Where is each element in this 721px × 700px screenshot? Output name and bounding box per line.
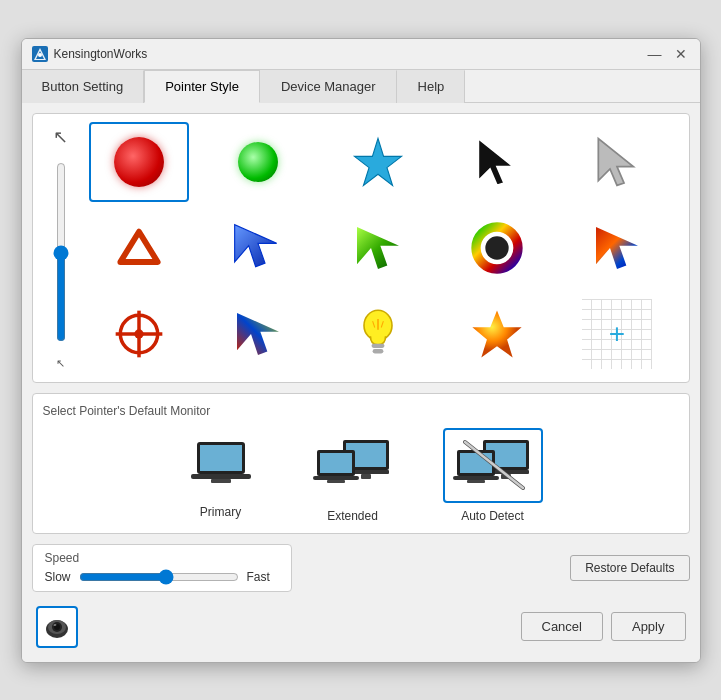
cursor-cell-chevron-red[interactable] bbox=[89, 208, 189, 288]
bottom-controls: Speed Slow Fast Restore Defaults bbox=[32, 544, 690, 592]
svg-point-16 bbox=[134, 329, 143, 338]
svg-rect-36 bbox=[327, 480, 345, 483]
monitor-option-primary[interactable]: Primary bbox=[179, 428, 263, 523]
speed-slider[interactable] bbox=[79, 569, 239, 585]
monitor-section-title: Select Pointer's Default Monitor bbox=[43, 404, 679, 418]
cursor-cell-green-dot[interactable] bbox=[208, 122, 308, 202]
chevron-red-icon bbox=[111, 220, 167, 276]
cursor-cell-red-dot[interactable] bbox=[89, 122, 189, 202]
slow-label: Slow bbox=[45, 570, 71, 584]
tab-device-manager[interactable]: Device Manager bbox=[260, 70, 397, 103]
trackball-icon bbox=[43, 613, 71, 641]
ring-color-icon bbox=[469, 220, 525, 276]
speed-row: Slow Fast bbox=[45, 569, 279, 585]
cursor-size-large-icon: ↖ bbox=[53, 126, 68, 148]
cursor-cell-arrow-multicolor[interactable] bbox=[208, 294, 308, 374]
svg-marker-4 bbox=[354, 138, 401, 185]
svg-point-11 bbox=[486, 236, 509, 259]
svg-marker-9 bbox=[357, 227, 399, 269]
svg-point-3 bbox=[38, 53, 42, 57]
title-bar-controls: — ✕ bbox=[646, 45, 690, 63]
svg-rect-28 bbox=[211, 479, 231, 483]
svg-marker-5 bbox=[479, 138, 514, 185]
apply-button[interactable]: Apply bbox=[611, 612, 686, 641]
device-thumbnail[interactable] bbox=[36, 606, 78, 648]
svg-rect-26 bbox=[200, 445, 242, 471]
primary-monitor-icon bbox=[189, 438, 253, 486]
speed-title: Speed bbox=[45, 551, 279, 565]
cursor-cell-arrow-green[interactable] bbox=[328, 208, 428, 288]
monitor-options: Primary bbox=[43, 428, 679, 523]
arrow-red-blue-icon bbox=[589, 220, 645, 276]
cursor-cell-arrow-blue[interactable] bbox=[208, 208, 308, 288]
svg-rect-43 bbox=[453, 476, 499, 480]
svg-rect-34 bbox=[320, 453, 352, 473]
blue-star-icon bbox=[350, 134, 406, 190]
monitor-section: Select Pointer's Default Monitor Primary bbox=[32, 393, 690, 534]
svg-marker-8 bbox=[235, 224, 277, 266]
cursor-grid: + bbox=[89, 122, 681, 374]
monitor-option-auto-detect[interactable]: Auto Detect bbox=[443, 428, 543, 523]
cursor-size-slider[interactable] bbox=[51, 162, 71, 342]
tab-bar: Button Setting Pointer Style Device Mana… bbox=[22, 70, 700, 103]
svg-marker-7 bbox=[120, 231, 157, 261]
crosshair-icon bbox=[111, 306, 167, 362]
arrow-multicolor-icon bbox=[230, 306, 286, 362]
title-bar-left: KensingtonWorks bbox=[32, 46, 148, 62]
svg-rect-19 bbox=[371, 343, 384, 347]
footer-buttons: Cancel Apply bbox=[521, 612, 686, 641]
cursor-cell-arrow-black[interactable] bbox=[447, 122, 547, 202]
pointer-style-section: ↖ ↖ bbox=[32, 113, 690, 383]
auto-detect-monitor-icon-wrap bbox=[443, 428, 543, 503]
size-slider-area: ↖ ↖ bbox=[41, 122, 81, 374]
svg-rect-44 bbox=[467, 480, 485, 483]
auto-detect-monitor-label: Auto Detect bbox=[461, 509, 524, 523]
primary-monitor-label: Primary bbox=[200, 505, 241, 519]
svg-rect-32 bbox=[361, 474, 371, 479]
cursor-cell-add-custom[interactable]: + bbox=[567, 294, 667, 374]
star-orange-icon bbox=[469, 306, 525, 362]
cancel-button[interactable]: Cancel bbox=[521, 612, 603, 641]
fast-label: Fast bbox=[247, 570, 270, 584]
arrow-black-icon bbox=[469, 134, 525, 190]
svg-marker-17 bbox=[237, 313, 279, 355]
plus-icon: + bbox=[609, 318, 625, 350]
primary-monitor-icon-wrap bbox=[179, 428, 263, 499]
auto-detect-monitor-icon bbox=[453, 438, 533, 490]
lightbulb-icon bbox=[350, 306, 406, 362]
main-window: KensingtonWorks — ✕ Button Setting Point… bbox=[21, 38, 701, 663]
cursor-cell-lightbulb[interactable] bbox=[328, 294, 428, 374]
minimize-button[interactable]: — bbox=[646, 45, 664, 63]
monitor-option-extended[interactable]: Extended bbox=[303, 428, 403, 523]
cursor-cell-star-orange[interactable] bbox=[447, 294, 547, 374]
svg-rect-42 bbox=[460, 453, 492, 473]
kensington-icon bbox=[32, 46, 48, 62]
arrow-blue-icon bbox=[230, 220, 286, 276]
cursor-cell-arrow-red-blue[interactable] bbox=[567, 208, 667, 288]
svg-rect-35 bbox=[313, 476, 359, 480]
cursor-size-small-icon: ↖ bbox=[56, 357, 65, 370]
tab-button-setting[interactable]: Button Setting bbox=[22, 70, 145, 103]
arrow-green-icon bbox=[350, 220, 406, 276]
extended-monitor-icon bbox=[313, 438, 393, 490]
svg-marker-6 bbox=[598, 138, 633, 185]
cursor-cell-blue-star[interactable] bbox=[328, 122, 428, 202]
arrow-gray-icon bbox=[589, 134, 645, 190]
restore-defaults-button[interactable]: Restore Defaults bbox=[570, 555, 689, 581]
tab-pointer-style[interactable]: Pointer Style bbox=[144, 70, 260, 103]
title-bar: KensingtonWorks — ✕ bbox=[22, 39, 700, 70]
cursor-cell-crosshair[interactable] bbox=[89, 294, 189, 374]
green-dot-icon bbox=[238, 142, 278, 182]
close-button[interactable]: ✕ bbox=[672, 45, 690, 63]
svg-rect-27 bbox=[191, 474, 251, 479]
speed-section: Speed Slow Fast bbox=[32, 544, 292, 592]
svg-marker-24 bbox=[473, 310, 522, 357]
cursor-cell-arrow-gray[interactable] bbox=[567, 122, 667, 202]
tab-help[interactable]: Help bbox=[397, 70, 466, 103]
cursor-cell-ring-color[interactable] bbox=[447, 208, 547, 288]
svg-marker-12 bbox=[596, 227, 638, 269]
footer: Cancel Apply bbox=[32, 600, 690, 652]
svg-rect-20 bbox=[372, 349, 383, 353]
tab-content: ↖ ↖ bbox=[22, 103, 700, 662]
window-title: KensingtonWorks bbox=[54, 47, 148, 61]
